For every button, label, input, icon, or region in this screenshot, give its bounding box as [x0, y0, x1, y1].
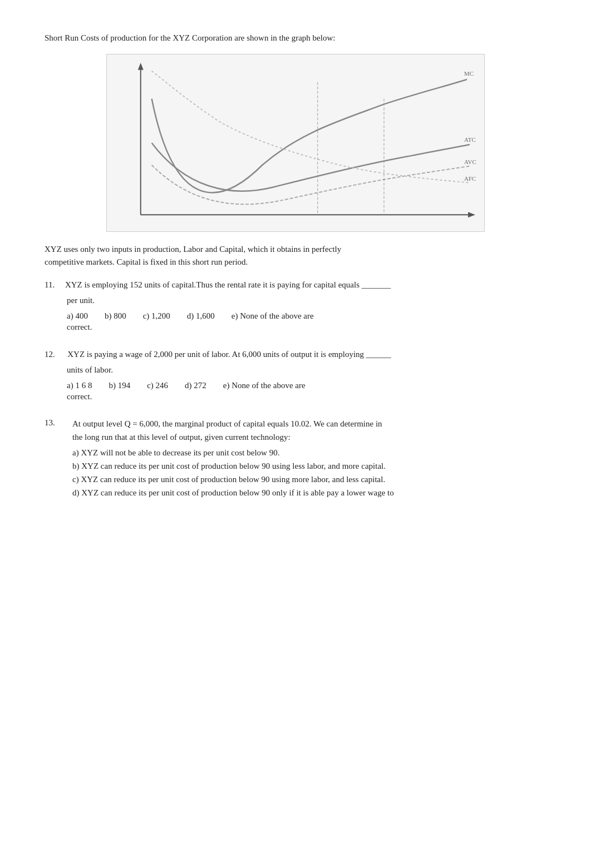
- context-text: XYZ uses only two inputs in production, …: [45, 243, 546, 268]
- cost-graph: MC ATC AVC AFC: [106, 54, 485, 232]
- q12-correct: correct.: [67, 392, 546, 401]
- q11-number: 11.: [45, 280, 55, 289]
- intro-text: Short Run Costs of production for the XY…: [45, 33, 546, 43]
- q11-option-b: b) 800: [105, 309, 126, 323]
- q13-option-a: a) XYZ will not be able to decrease its …: [72, 446, 546, 459]
- question-11: 11. XYZ is employing 152 units of capita…: [45, 278, 546, 332]
- q12-option-b: b) 194: [109, 379, 130, 392]
- q12-option-e: e) None of the above are: [223, 379, 306, 392]
- svg-marker-3: [468, 212, 475, 217]
- q12-option-c: c) 246: [147, 379, 168, 392]
- q13-option-d: d) XYZ can reduce its per unit cost of p…: [72, 486, 546, 499]
- svg-marker-2: [138, 63, 144, 70]
- svg-text:AFC: AFC: [464, 175, 476, 182]
- q12-option-d: d) 272: [185, 379, 206, 392]
- q13-number: 13.: [45, 418, 55, 427]
- q12-option-a: a) 1 6 8: [67, 379, 92, 392]
- q13-option-b: b) XYZ can reduce its per unit cost of p…: [72, 459, 546, 473]
- question-12: 12. XYZ is paying a wage of 2,000 per un…: [45, 348, 546, 401]
- svg-text:ATC: ATC: [464, 136, 476, 143]
- q11-correct: correct.: [67, 323, 546, 332]
- q12-number: 12.: [45, 350, 55, 359]
- q13-intro2: the long run that at this level of outpu…: [72, 430, 546, 444]
- q13-intro: At output level Q = 6,000, the marginal …: [72, 417, 546, 430]
- q13-option-c: c) XYZ can reduce its per unit cost of p…: [72, 473, 546, 486]
- q11-option-c: c) 1,200: [143, 309, 170, 323]
- svg-text:AVC: AVC: [464, 158, 476, 165]
- svg-text:MC: MC: [464, 70, 474, 77]
- q12-text: XYZ is paying a wage of 2,000 per unit o…: [67, 350, 391, 359]
- q12-text2: units of labor.: [67, 365, 113, 374]
- q11-text: XYZ is employing 152 units of capital.Th…: [65, 280, 391, 289]
- question-13: 13. At output level Q = 6,000, the margi…: [45, 417, 546, 499]
- q11-option-a: a) 400: [67, 309, 88, 323]
- q11-option-e: e) None of the above are: [232, 309, 314, 323]
- q11-option-d: d) 1,600: [187, 309, 215, 323]
- q11-text2: per unit.: [67, 296, 95, 305]
